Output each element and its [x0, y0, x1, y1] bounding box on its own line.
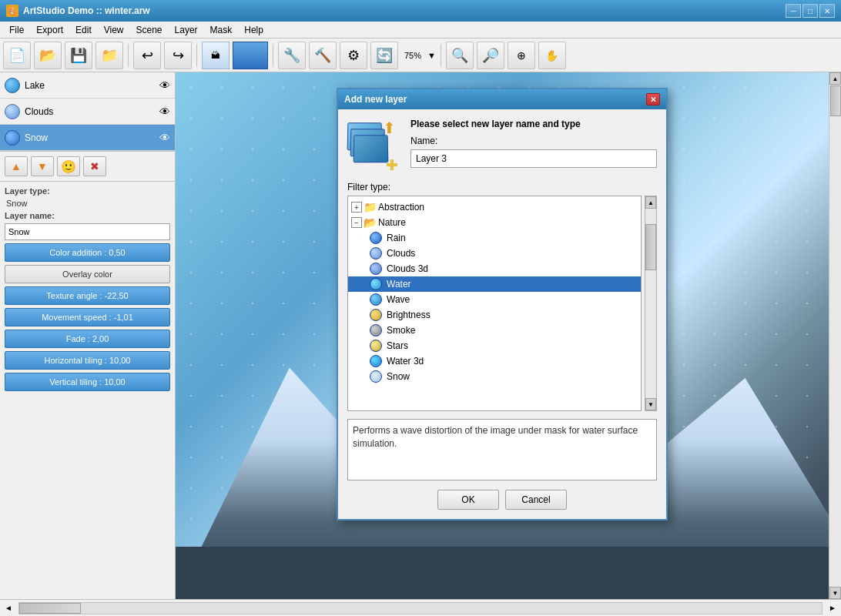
texture-angle-button[interactable]: Texture angle : -22,50	[5, 286, 170, 305]
overlay-color-button[interactable]: Overlay color	[5, 265, 170, 283]
menu-edit[interactable]: Edit	[69, 23, 98, 37]
scroll-thumb[interactable]	[830, 85, 841, 116]
dialog-icon: ⬆ ✚	[347, 119, 401, 172]
tree-scrollbar[interactable]: ▲ ▼	[645, 196, 657, 411]
fade-button[interactable]: Fade : 2,00	[5, 330, 170, 348]
close-button[interactable]: ✕	[819, 4, 835, 18]
tree-item-brightness[interactable]: Brightness	[348, 307, 641, 323]
tree-expand-nature[interactable]: −	[351, 217, 362, 228]
menu-export[interactable]: Export	[30, 23, 69, 37]
layer-eye-snow[interactable]: 👁	[159, 132, 170, 144]
layer-name-lake: Lake	[25, 80, 155, 91]
tree-item-abstraction[interactable]: + 📁 Abstraction	[348, 199, 641, 215]
tree-label-brightness: Brightness	[387, 310, 431, 320]
menu-scene[interactable]: Scene	[130, 23, 169, 37]
scroll-up-button[interactable]: ▲	[829, 72, 841, 85]
minimize-button[interactable]: ─	[786, 4, 801, 18]
right-scrollbar[interactable]: ▲ ▼	[829, 72, 841, 599]
cancel-button[interactable]: Cancel	[505, 490, 567, 510]
tree-scroll-thumb[interactable]	[645, 224, 656, 270]
layer-item-lake[interactable]: Lake 👁	[0, 72, 175, 99]
title-bar: 🎨 ArtStudio Demo :: winter.arw ─ □ ✕	[0, 0, 841, 22]
menu-file[interactable]: File	[3, 23, 30, 37]
tree-scroll-up[interactable]: ▲	[645, 196, 656, 209]
tool4-button[interactable]: 🔄	[370, 42, 398, 69]
open-button[interactable]: 📂	[34, 42, 62, 69]
ball-icon-stars	[370, 340, 382, 352]
tree-item-wave[interactable]: Wave	[348, 292, 641, 307]
window-controls[interactable]: ─ □ ✕	[786, 4, 835, 18]
dialog-name-input[interactable]	[410, 149, 657, 168]
tree-item-snow[interactable]: Snow	[348, 369, 641, 384]
tree-label-water: Water	[387, 279, 411, 290]
status-scroll-right[interactable]: ►	[829, 604, 836, 612]
zoom-out-button[interactable]: 🔎	[477, 42, 504, 69]
save-button[interactable]: 💾	[65, 42, 92, 69]
tree-item-stars[interactable]: Stars	[348, 338, 641, 353]
layer-item-clouds[interactable]: Clouds 👁	[0, 99, 175, 125]
tool1-button[interactable]: 🔧	[278, 42, 306, 69]
maximize-button[interactable]: □	[802, 4, 818, 18]
scroll-down-button[interactable]: ▼	[829, 587, 841, 599]
tree-item-water[interactable]: Water	[348, 276, 641, 292]
vertical-tiling-button[interactable]: Vertical tiling : 10,00	[5, 373, 170, 391]
layer-name-clouds: Clouds	[25, 106, 155, 117]
status-scroll-left[interactable]: ◄	[5, 604, 12, 612]
toolbar-separator-1	[128, 44, 129, 67]
layer-type-label: Layer type:	[5, 186, 170, 196]
zoom-fit-button[interactable]: ⊕	[508, 42, 535, 69]
status-bar: ◄ ►	[0, 599, 841, 616]
menu-help[interactable]: Help	[238, 23, 270, 37]
tree-item-rain[interactable]: Rain	[348, 230, 641, 246]
color-swatch[interactable]	[233, 42, 268, 69]
dialog-content: ⬆ ✚ Please select new layer name and typ…	[338, 109, 666, 519]
ok-button[interactable]: OK	[437, 490, 499, 510]
scroll-track[interactable]	[829, 85, 841, 587]
menu-mask[interactable]: Mask	[204, 23, 239, 37]
tree-expand-abstraction[interactable]: +	[351, 202, 362, 213]
move-down-button[interactable]: ▼	[31, 156, 54, 176]
pan-button[interactable]: ✋	[538, 42, 566, 69]
ball-icon-clouds	[370, 247, 382, 259]
tree-item-clouds3d[interactable]: Clouds 3d	[348, 261, 641, 276]
layer-list: Lake 👁 Clouds 👁 Snow 👁	[0, 72, 175, 152]
layer-eye-lake[interactable]: 👁	[159, 79, 170, 92]
delete-layer-button[interactable]: ✖	[83, 156, 106, 176]
tool3-button[interactable]: ⚙	[340, 42, 367, 69]
import-button[interactable]: 📁	[95, 42, 123, 69]
tree-item-water3d[interactable]: Water 3d	[348, 353, 641, 369]
main-layout: Lake 👁 Clouds 👁 Snow 👁 ▲ ▼ 🙂 ✖ Layer typ…	[0, 72, 841, 599]
horizontal-tiling-button[interactable]: Horizontal tiling : 10,00	[5, 351, 170, 370]
layer-name-input[interactable]	[5, 223, 170, 240]
menu-view[interactable]: View	[98, 23, 130, 37]
new-button[interactable]: 📄	[3, 42, 31, 69]
h-scroll-thumb[interactable]	[19, 603, 81, 614]
zoom-in-button[interactable]: 🔍	[446, 42, 474, 69]
color-addition-button[interactable]: Color addition : 0,50	[5, 243, 170, 262]
layer-eye-clouds[interactable]: 👁	[159, 105, 170, 118]
layer-item-snow[interactable]: Snow 👁	[0, 125, 175, 151]
tree-label-snow: Snow	[387, 371, 410, 382]
move-up-button[interactable]: ▲	[5, 156, 28, 176]
ball-icon-water	[370, 278, 382, 290]
zoom-dropdown[interactable]: ▼	[427, 51, 436, 60]
filter-tree[interactable]: + 📁 Abstraction − 📂 Nature	[347, 196, 642, 411]
redo-button[interactable]: ↪	[164, 42, 192, 69]
tree-label-smoke: Smoke	[387, 325, 415, 336]
tool2-button[interactable]: 🔨	[309, 42, 337, 69]
toolbar-separator-3	[273, 44, 273, 67]
tree-item-nature[interactable]: − 📂 Nature	[348, 215, 641, 230]
tree-scroll-track[interactable]	[645, 209, 656, 398]
tree-item-clouds[interactable]: Clouds	[348, 246, 641, 261]
dialog-close-button[interactable]: ✕	[646, 93, 660, 105]
tree-item-smoke[interactable]: Smoke	[348, 323, 641, 338]
folder-icon-nature: 📂	[364, 216, 377, 229]
menu-layer[interactable]: Layer	[169, 23, 204, 37]
movement-speed-button[interactable]: Movement speed : -1,01	[5, 308, 170, 326]
horizontal-scrollbar[interactable]	[18, 602, 823, 614]
undo-button[interactable]: ↩	[133, 42, 161, 69]
add-layer-button[interactable]: 🙂	[57, 156, 80, 176]
tree-scroll-down[interactable]: ▼	[645, 398, 656, 410]
zoom-label: 75%	[401, 51, 424, 60]
app-icon: 🎨	[6, 5, 18, 17]
